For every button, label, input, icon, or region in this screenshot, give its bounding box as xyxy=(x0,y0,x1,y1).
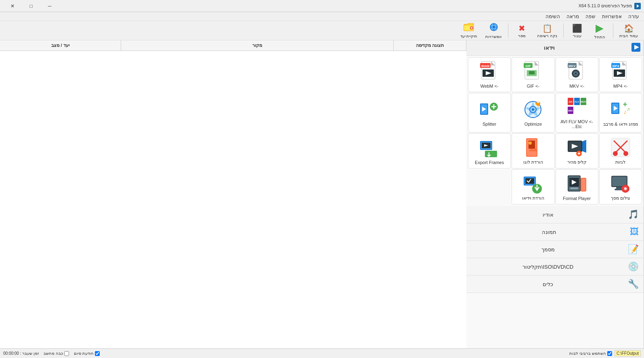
tool-gif[interactable]: GIF -> GIF xyxy=(512,57,554,92)
done-notice-checkbox[interactable] xyxy=(95,351,100,356)
tool-merge[interactable]: + ♪ ♬ ממזג וידאו & מרבב xyxy=(599,93,642,133)
tool-mp4-label: -> MP4 xyxy=(613,84,628,88)
col-source: מקור xyxy=(121,40,394,51)
use-hearts-text: השתמש ברביבי לבות xyxy=(569,351,606,356)
menu-options[interactable]: אפשרויות xyxy=(599,13,625,20)
menu-help[interactable]: עזרה xyxy=(625,13,642,20)
dl-video-icon-wrapper xyxy=(522,173,543,194)
stop-button[interactable]: ⬛ עצור xyxy=(567,22,587,39)
image-category-row[interactable]: 🖼 תמונה xyxy=(466,223,644,241)
webm-icon-wrapper: WebM xyxy=(479,61,500,82)
svg-text:FLV: FLV xyxy=(575,101,579,103)
menu-use[interactable]: השימה xyxy=(542,13,563,20)
doc-category-row[interactable]: 📝 מסמך xyxy=(466,241,644,258)
disc-category-row[interactable]: 💿 ISO\DVD\CD\תקליטור xyxy=(466,258,644,276)
status-bar: C:\FFOutput השתמש ברביבי לבות חודעת סיום… xyxy=(0,348,644,358)
disc-label: ISO\DVD\CD\תקליטור xyxy=(471,264,625,270)
stop-icon: ⬛ xyxy=(572,23,582,33)
shutdown-checkbox[interactable] xyxy=(64,351,69,356)
mp4-icon-wrapper: MP4 xyxy=(610,61,631,82)
tool-cut[interactable]: לגזות xyxy=(599,133,642,168)
video-category-header[interactable]: וידאו xyxy=(466,40,644,56)
options-button[interactable]: אפשרויות xyxy=(482,22,505,39)
tool-dl-video-label: הורדת וידיאו xyxy=(522,196,544,201)
tool-mkv[interactable]: MKV -> MKV xyxy=(556,57,598,92)
target-folder-button[interactable]: תיקיית יעד xyxy=(457,22,480,39)
maximize-button[interactable]: □ xyxy=(22,0,40,12)
tool-avi-flv-label: -> AVI FLV MOV Etc... xyxy=(558,119,596,129)
tool-export-frames-label: Export Frames xyxy=(475,160,504,165)
right-panel-header: תצוגה מקדימה מקור יעד / מצב xyxy=(0,40,466,51)
svg-point-62 xyxy=(623,151,628,156)
tool-mkv-label: -> MKV xyxy=(569,84,584,88)
svg-point-3 xyxy=(493,26,495,28)
use-hearts-label: השתמש ברביבי לבות xyxy=(569,351,612,356)
time-label-text: זמן שעבר xyxy=(22,351,39,356)
tool-logo-dl-label: הורדת לוגו xyxy=(523,160,543,165)
optimize-icon-wrapper xyxy=(522,99,543,120)
tool-dl-video[interactable]: הורדת וידיאו xyxy=(512,169,554,204)
svg-rect-87 xyxy=(570,187,578,189)
tool-optimize-label: Optimize xyxy=(524,122,542,126)
avi-flv-icon-wrapper: AVI FLV MOV WMV xyxy=(566,97,587,118)
use-hearts-checkbox[interactable] xyxy=(607,351,612,356)
tools-label: כלים xyxy=(471,281,625,287)
time-label: זמן שעבר : 00:00:00 xyxy=(3,351,39,356)
image-icon: 🖼 xyxy=(630,227,639,237)
tool-webm-label: -> WebM xyxy=(480,84,499,88)
title-bar: מפעל הפורמטים X64 5.11.0 ─ □ ✕ xyxy=(0,0,644,12)
toolbar-divider-3 xyxy=(508,23,508,38)
tools-category-row[interactable]: 🔧 כלים xyxy=(466,276,644,293)
gif-icon-wrapper: GIF xyxy=(522,61,543,82)
menu-appearance[interactable]: מראה xyxy=(563,13,582,20)
toolbar-divider-1 xyxy=(613,23,613,38)
clear-list-button[interactable]: 📋 נקה רשימה xyxy=(534,22,560,39)
minimize-button[interactable]: ─ xyxy=(40,0,59,12)
video-category-title: וידאו xyxy=(470,45,629,51)
tool-logo-dl[interactable]: הורדת לוגו xyxy=(512,133,554,168)
doc-icon: 📝 xyxy=(628,244,639,255)
svg-text:MP4: MP4 xyxy=(613,64,619,68)
menu-bar: עזרה אפשרויות שפה מראה השימה xyxy=(0,12,644,21)
splitter-icon-wrapper xyxy=(479,99,500,120)
svg-rect-89 xyxy=(581,179,585,191)
play-icon: ▶ xyxy=(596,22,604,34)
title-bar-left: מפעל הפורמטים X64 5.11.0 xyxy=(579,3,641,9)
tool-screen-record-label: צילום מסך xyxy=(611,196,630,201)
audio-label: אודיו xyxy=(471,212,625,218)
tool-fast-clip-label: קליפ מהיר xyxy=(567,160,587,165)
tool-fast-clip[interactable]: קליפ מהיר xyxy=(556,133,598,168)
home-label: עמוד הבית xyxy=(619,34,638,38)
start-button[interactable]: ▶ התחל xyxy=(589,22,610,39)
tool-avi-flv[interactable]: AVI FLV MOV WMV -> AVI FLV MOV Etc... xyxy=(556,93,598,133)
tool-splitter-label: Splitter xyxy=(482,122,496,126)
audio-category-row[interactable]: 🎵 אודיו xyxy=(466,206,644,223)
delete-label: מסר xyxy=(518,34,526,38)
mkv-icon-wrapper: MKV xyxy=(566,61,587,82)
tool-screen-record[interactable]: צילום מסך xyxy=(599,169,642,204)
right-panel: תצוגה מקדימה מקור יעד / מצב xyxy=(0,40,466,348)
tool-export-frames[interactable]: Export Frames xyxy=(468,133,511,168)
menu-language[interactable]: שפה xyxy=(582,13,599,20)
tool-optimize[interactable]: Optimize xyxy=(512,93,554,133)
tool-mp4[interactable]: MP4 -> MP4 xyxy=(599,57,642,92)
col-dest: יעד / מצב xyxy=(0,40,121,51)
window-controls: ─ □ ✕ xyxy=(3,0,59,12)
shutdown-text: כבה מחשב xyxy=(44,351,63,356)
tool-webm[interactable]: WebM -> WebM xyxy=(468,57,511,92)
delete-button[interactable]: ✖ מסר xyxy=(512,22,532,39)
time-value: 00:00:00 xyxy=(3,351,19,356)
tool-format-player[interactable]: Format Player xyxy=(556,169,598,204)
folder-icon xyxy=(464,23,474,34)
left-panel: וידאו MP4 -> MP4 xyxy=(466,40,644,348)
close-button[interactable]: ✕ xyxy=(3,0,22,12)
status-right: חודעת סיום כבה מחשב זמן שעבר : 00:00:00 xyxy=(3,351,100,356)
image-label: תמונה xyxy=(471,229,627,235)
start-label: התחל xyxy=(594,35,605,39)
stop-label: עצור xyxy=(573,34,581,38)
toolbar-divider-2 xyxy=(563,23,564,38)
shutdown-label: כבה מחשב xyxy=(44,351,69,356)
tool-format-player-label: Format Player xyxy=(563,196,591,201)
tool-splitter[interactable]: Splitter xyxy=(468,93,511,133)
home-button[interactable]: 🏠 עמוד הבית xyxy=(617,22,641,39)
